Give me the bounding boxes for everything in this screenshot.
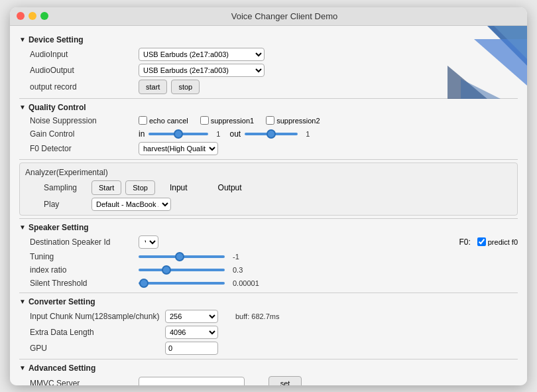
echo-cancel-checkbox[interactable] <box>139 116 147 125</box>
close-button[interactable] <box>17 12 25 20</box>
speaker-setting-header[interactable]: ▼ Speaker Setting <box>19 223 518 232</box>
sampling-start-button[interactable]: Start <box>91 180 121 195</box>
input-chunk-row: Input Chunk Num(128sample/chunk) 256 buf… <box>19 308 518 324</box>
suppression1-checkbox[interactable] <box>200 116 209 125</box>
play-label: Play <box>25 200 91 209</box>
speaker-section-label: Speaker Setting <box>29 223 89 232</box>
converter-arrow-icon: ▼ <box>19 298 26 305</box>
echo-cancel-group: echo cancel <box>139 116 188 125</box>
noise-suppression-row: Noise Suppression echo cancel suppressio… <box>19 114 518 127</box>
silent-threshold-controls: 0.00001 <box>139 279 518 287</box>
extra-data-row: Extra Data Length 4096 <box>19 324 518 340</box>
predict-f0-checkbox[interactable] <box>477 237 486 246</box>
gain-out-slider[interactable] <box>245 133 298 135</box>
minimize-button[interactable] <box>29 12 36 20</box>
device-arrow-icon: ▼ <box>19 36 26 43</box>
tuning-value: -1 <box>233 253 239 261</box>
extra-data-label: Extra Data Length <box>19 328 165 337</box>
index-ratio-slider[interactable] <box>139 269 225 271</box>
f0-controls: harvest(High Quality) <box>139 142 518 155</box>
main-window: Voice Changer Client Demo ▼ Device Setti… <box>10 7 527 385</box>
quality-section-label: Quality Control <box>29 103 86 112</box>
tuning-row: Tuning -1 <box>19 250 518 263</box>
input-chunk-controls: 256 buff: 682.7ms <box>165 310 518 323</box>
maximize-button[interactable] <box>40 12 48 20</box>
play-controls: Default - MacBook / <box>91 198 512 211</box>
extra-data-controls: 4096 <box>165 326 518 339</box>
sampling-row: Sampling Start Stop Input Output <box>25 179 512 196</box>
device-section-label: Device Setting <box>29 35 84 44</box>
input-chunk-label: Input Chunk Num(128sample/chunk) <box>19 312 165 321</box>
audio-input-label: AudioInput <box>19 50 139 59</box>
index-ratio-row: index ratio 0.3 <box>19 263 518 277</box>
silent-threshold-slider[interactable] <box>139 282 225 285</box>
gpu-row: GPU <box>19 340 518 356</box>
dest-id-label: Destination Speaker Id <box>19 237 139 247</box>
analyzer-label-row: Analyzer(Experimental) <box>25 166 512 179</box>
predict-f0-label: predict f0 <box>488 238 518 246</box>
gain-in-label: in <box>139 129 145 139</box>
mmvc-input[interactable] <box>139 377 245 385</box>
stop-button[interactable]: stop <box>171 80 200 94</box>
titlebar: Voice Changer Client Demo <box>10 7 527 26</box>
window-title: Voice Changer Client Demo <box>48 11 520 21</box>
analyzer-section: Analyzer(Experimental) Sampling Start St… <box>19 163 518 216</box>
gain-control-row: Gain Control in 1 out 1 <box>19 127 518 141</box>
suppression2-label: suppression2 <box>276 117 320 125</box>
audio-output-label: AudioOutput <box>19 66 139 75</box>
audio-input-controls: USB Earbuds (2e17:a003) <box>139 48 518 61</box>
silent-threshold-value: 0.00001 <box>233 279 259 287</box>
play-device-select[interactable]: Default - MacBook / <box>91 198 171 211</box>
index-ratio-label: index ratio <box>19 265 139 275</box>
converter-setting-header[interactable]: ▼ Converter Setting <box>19 297 518 306</box>
predict-f0-group: predict f0 <box>477 237 518 246</box>
sampling-stop-button[interactable]: Stop <box>125 180 155 195</box>
start-button[interactable]: start <box>139 80 167 94</box>
gpu-input[interactable] <box>165 342 218 355</box>
f0-select[interactable]: harvest(High Quality) <box>139 142 218 155</box>
input-label: Input <box>170 183 188 192</box>
speaker-arrow-icon: ▼ <box>19 224 26 231</box>
index-ratio-value: 0.3 <box>233 266 243 274</box>
sampling-label: Sampling <box>25 183 91 192</box>
gpu-controls <box>165 342 518 355</box>
advanced-section-label: Advanced Setting <box>29 363 95 373</box>
output-record-controls: start stop <box>139 80 518 94</box>
buff-label: buff: 682.7ms <box>235 312 279 320</box>
silent-threshold-label: Silent Threshold <box>19 279 139 288</box>
gain-out-label: out <box>229 129 241 139</box>
dest-id-controls: ▼ F0: predict f0 <box>139 235 518 249</box>
advanced-arrow-icon: ▼ <box>19 364 26 371</box>
play-row: Play Default - MacBook / <box>25 196 512 212</box>
device-setting-header[interactable]: ▼ Device Setting <box>19 35 518 44</box>
quality-control-header[interactable]: ▼ Quality Control <box>19 103 518 112</box>
f0-label: F0 Detector <box>19 144 139 153</box>
suppression1-group: suppression1 <box>200 116 254 125</box>
mmvc-controls: set <box>139 376 518 385</box>
suppression2-group: suppression2 <box>266 116 320 125</box>
f0-text-label: F0: <box>459 237 470 247</box>
dest-speaker-row: Destination Speaker Id ▼ F0: predict f0 <box>19 234 518 250</box>
noise-label: Noise Suppression <box>19 116 139 125</box>
echo-cancel-label: echo cancel <box>149 117 188 125</box>
audio-input-select[interactable]: USB Earbuds (2e17:a003) <box>139 48 265 61</box>
input-chunk-select[interactable]: 256 <box>165 310 218 323</box>
advanced-setting-header[interactable]: ▼ Advanced Setting <box>19 363 518 373</box>
output-record-label: output record <box>19 82 139 92</box>
dest-id-select[interactable]: ▼ <box>139 235 158 249</box>
traffic-lights <box>17 12 48 20</box>
output-record-row: output record start stop <box>19 78 518 96</box>
mmvc-label: MMVC Server <box>19 379 139 385</box>
extra-data-select[interactable]: 4096 <box>165 326 218 339</box>
gain-out-value: 1 <box>306 130 310 138</box>
suppression1-label: suppression1 <box>211 117 254 125</box>
set-button[interactable]: set <box>268 376 302 385</box>
audio-output-row: AudioOutput USB Earbuds (2e17:a003) <box>19 62 518 78</box>
gain-in-slider[interactable] <box>149 133 208 135</box>
audio-output-select[interactable]: USB Earbuds (2e17:a003) <box>139 64 265 77</box>
gain-label: Gain Control <box>19 129 139 139</box>
tuning-slider[interactable] <box>139 255 225 258</box>
suppression2-checkbox[interactable] <box>266 116 274 125</box>
tuning-label: Tuning <box>19 252 139 261</box>
index-ratio-controls: 0.3 <box>139 266 518 274</box>
